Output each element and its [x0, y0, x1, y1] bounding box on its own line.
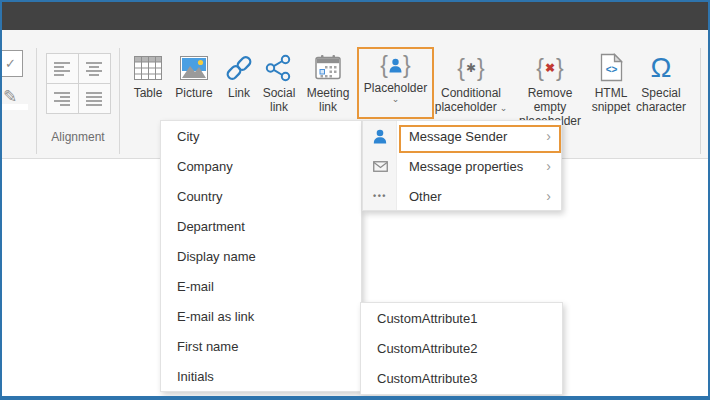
align-right-icon — [53, 90, 71, 106]
align-left-button[interactable] — [46, 53, 79, 84]
menu-item-first-name[interactable]: First name — [161, 331, 361, 361]
menu-item-custom-attribute-1[interactable]: CustomAttribute1 — [361, 303, 562, 333]
title-bar — [2, 2, 708, 30]
social-link-button[interactable]: Social link — [257, 50, 301, 114]
chevron-right-icon: › — [546, 159, 551, 173]
menu-item-city[interactable]: City — [161, 121, 361, 151]
picture-button[interactable]: Picture — [171, 50, 217, 100]
app-window: ✓ ✎ — [0, 0, 710, 400]
html-snippet-icon: <> — [599, 53, 624, 82]
social-link-icon — [264, 54, 294, 82]
align-left-icon — [53, 60, 71, 76]
brace-close-icon: } — [477, 55, 485, 81]
person-icon — [389, 58, 402, 73]
remove-empty-placeholder-button[interactable]: { ✖ } Remove empty placeholder — [516, 50, 584, 128]
menu-item-department[interactable]: Department — [161, 211, 361, 241]
submenu-item-message-sender[interactable]: Message Sender › — [363, 121, 561, 151]
menu-item-company[interactable]: Company — [161, 151, 361, 181]
submenu-item-label: Message properties — [409, 159, 546, 174]
brace-close-icon: } — [556, 55, 564, 81]
placeholder-dropdown-menu: City Company Country Department Display … — [160, 120, 362, 392]
confirm-button[interactable]: ✓ — [0, 50, 23, 77]
menu-item-custom-attribute-2[interactable]: CustomAttribute2 — [361, 333, 562, 363]
special-character-button[interactable]: Ω Special character — [628, 50, 694, 114]
custom-attribute-menu: CustomAttribute1 CustomAttribute2 Custom… — [360, 302, 563, 395]
envelope-icon — [373, 161, 388, 172]
align-justify-icon — [85, 90, 103, 106]
divider — [700, 48, 701, 154]
picture-label: Picture — [175, 86, 212, 100]
check-icon: ✓ — [5, 56, 16, 71]
submenu-item-other[interactable]: ••• Other › — [363, 181, 561, 211]
svg-text:<>: <> — [605, 64, 617, 75]
ellipsis-icon: ••• — [373, 191, 387, 201]
align-right-button[interactable] — [46, 83, 79, 114]
divider — [119, 48, 120, 154]
menu-item-display-name[interactable]: Display name — [161, 241, 361, 271]
link-label: Link — [228, 86, 250, 100]
chevron-down-icon: ⌄ — [392, 95, 400, 104]
submenu-item-label: Other — [409, 189, 546, 204]
link-icon — [224, 54, 254, 82]
submenu-item-label: Message Sender — [409, 129, 546, 144]
table-label: Table — [134, 86, 163, 100]
special-character-label: Special character — [628, 86, 694, 114]
placeholder-button[interactable]: { } Placeholder ⌄ — [357, 47, 434, 119]
menu-item-initials[interactable]: Initials — [161, 361, 361, 391]
person-icon — [373, 129, 387, 144]
meeting-link-icon — [314, 54, 342, 82]
red-cross-icon: ✖ — [545, 61, 555, 75]
menu-item-custom-attribute-3[interactable]: CustomAttribute3 — [361, 363, 562, 393]
table-icon — [133, 55, 163, 81]
alignment-group — [46, 53, 110, 113]
conditional-placeholder-button[interactable]: { ✱ } Conditional placeholder⌄ — [432, 50, 510, 114]
chevron-right-icon: › — [546, 129, 551, 143]
placeholder-category-submenu: Message Sender › Message properties › ••… — [362, 120, 562, 211]
align-center-icon — [85, 60, 103, 76]
table-button[interactable]: Table — [126, 50, 170, 100]
picture-icon — [179, 55, 209, 81]
brace-open-icon: { — [380, 52, 388, 78]
asterisk-icon: ✱ — [466, 61, 476, 75]
align-center-button[interactable] — [78, 53, 111, 84]
brace-open-icon: { — [457, 55, 465, 81]
submenu-item-message-properties[interactable]: Message properties › — [363, 151, 561, 181]
alignment-group-label: Alignment — [32, 130, 124, 144]
meeting-link-label: Meeting link — [302, 86, 354, 114]
meeting-link-button[interactable]: Meeting link — [302, 50, 354, 114]
menu-item-country[interactable]: Country — [161, 181, 361, 211]
brace-open-icon: { — [536, 55, 544, 81]
chevron-down-icon: ⌄ — [500, 103, 508, 113]
brace-close-icon: } — [403, 52, 411, 78]
placeholder-label: Placeholder — [364, 81, 427, 95]
align-justify-button[interactable] — [78, 83, 111, 114]
menu-item-email[interactable]: E-mail — [161, 271, 361, 301]
menu-item-email-as-link[interactable]: E-mail as link — [161, 301, 361, 331]
link-button[interactable]: Link — [220, 50, 258, 100]
social-link-label: Social link — [257, 86, 301, 114]
omega-icon: Ω — [651, 53, 672, 83]
chevron-right-icon: › — [546, 189, 551, 203]
conditional-placeholder-label: Conditional placeholder — [435, 86, 501, 114]
pencil-underline — [2, 104, 28, 110]
